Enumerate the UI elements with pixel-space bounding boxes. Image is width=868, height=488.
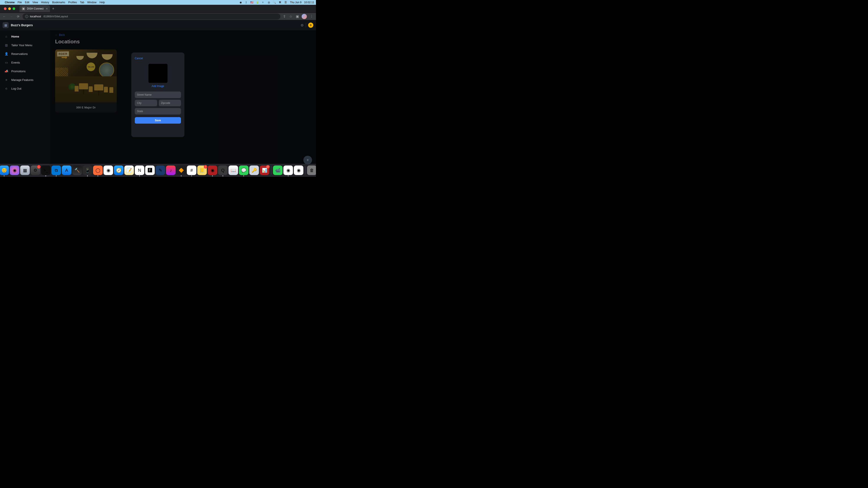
cancel-button[interactable]: Cancel: [135, 57, 181, 60]
app-logo-icon[interactable]: ▦: [3, 22, 9, 28]
dock-figma-icon[interactable]: 🔶: [177, 165, 186, 175]
wifi-icon[interactable]: ᯤ: [262, 1, 265, 4]
dock-music-icon[interactable]: ♪: [166, 165, 176, 175]
location-icon[interactable]: ◎: [267, 1, 270, 4]
dock-trash-icon[interactable]: 🗑: [307, 165, 316, 175]
city-input[interactable]: [135, 100, 157, 106]
window-close-button[interactable]: [4, 7, 6, 10]
nav-back-button[interactable]: ←: [2, 14, 7, 19]
dock-chrome-icon[interactable]: ◉: [283, 165, 293, 175]
tools-icon[interactable]: 🛠: [279, 1, 282, 4]
dock-simulator-icon[interactable]: 📱: [83, 165, 92, 175]
back-arrow-icon: ←: [55, 33, 58, 36]
extensions-icon[interactable]: ▣: [295, 14, 300, 19]
back-link[interactable]: ← Back: [55, 33, 311, 36]
dock-terminal-icon[interactable]: >_: [41, 165, 51, 175]
sidebar-item-label: Manage Features: [11, 78, 33, 82]
dock-siri-icon[interactable]: ◉: [10, 165, 19, 175]
mac-menu-bookmarks[interactable]: Bookmarks: [52, 1, 65, 4]
dock-sketch-icon[interactable]: ✎: [156, 165, 165, 175]
dock-dictionary-icon[interactable]: 📖: [228, 165, 238, 175]
add-fab-button[interactable]: +: [303, 156, 312, 164]
battery-icon[interactable]: 🔋: [256, 1, 259, 4]
dock-finder-icon[interactable]: 😊: [0, 165, 9, 175]
mac-date[interactable]: Thu Jun 9: [290, 1, 302, 4]
profile-badge[interactable]: B: [308, 23, 313, 28]
sidebar-item-reservations[interactable]: 👤 Reservations: [0, 50, 50, 58]
sidebar-item-tailor-menu[interactable]: ▥ Tailor Your Menu: [0, 41, 50, 50]
settings-icon[interactable]: ⚙: [301, 23, 304, 27]
dock-stickies-icon[interactable]: 📒7: [197, 165, 207, 175]
bluetooth-icon[interactable]: ᛒ: [245, 1, 248, 4]
url-input[interactable]: i localhost:61869/#/SiteLayout: [23, 13, 280, 20]
site-info-icon[interactable]: i: [25, 15, 28, 18]
mac-app-name[interactable]: Chrome: [5, 1, 14, 4]
zipcode-input[interactable]: [159, 100, 181, 106]
browser-tab[interactable]: ▦ DISH Connect ×: [20, 5, 50, 12]
dock-slack-icon[interactable]: #: [187, 165, 196, 175]
dock-postman-icon[interactable]: ◯: [93, 165, 103, 175]
decor-table-icon: [94, 85, 103, 91]
dock-quicktime-icon[interactable]: Q: [218, 165, 228, 175]
recording-icon[interactable]: ◉: [239, 1, 242, 4]
flag-icon[interactable]: 🇺🇸: [250, 1, 253, 4]
mac-menu-view[interactable]: View: [32, 1, 38, 4]
dock-vscode-icon[interactable]: ⧉: [52, 165, 61, 175]
window-max-button[interactable]: [12, 7, 15, 10]
browser-menu-button[interactable]: ⋮: [309, 14, 314, 19]
dock-chrome-canary-icon[interactable]: ◉: [103, 165, 113, 175]
dock-launchpad-icon[interactable]: ▦: [20, 165, 30, 175]
spotlight-icon[interactable]: 🔍: [273, 1, 276, 4]
dock-settings-icon[interactable]: ⚙1: [31, 165, 40, 175]
sidebar-item-logout[interactable]: ⎋ Log Out: [0, 84, 50, 93]
location-card[interactable]: RDER YELLOW 300 E Major Dr: [55, 50, 117, 112]
dock-separator: [305, 166, 305, 174]
sidebar-item-promotions[interactable]: 📣 Promotions: [0, 67, 50, 75]
dock-compass-icon[interactable]: ◉: [208, 165, 217, 175]
sidebar-item-label: Promotions: [11, 70, 26, 73]
profile-avatar[interactable]: [302, 14, 307, 19]
street-name-input[interactable]: [135, 92, 181, 98]
sidebar-item-manage-features[interactable]: ≡ Manage Features: [0, 75, 50, 84]
app-header-right: ⚙ B: [301, 23, 313, 28]
book-icon: ▥: [4, 43, 8, 47]
mac-menu-history[interactable]: History: [41, 1, 49, 4]
decor-window-icon: [99, 62, 114, 78]
mac-menu-file[interactable]: File: [18, 1, 22, 4]
dock-messages-icon[interactable]: 💬: [239, 165, 248, 175]
mac-menu-edit[interactable]: Edit: [25, 1, 30, 4]
dock-notes-icon[interactable]: 📝: [124, 165, 134, 175]
mac-menu-window[interactable]: Window: [87, 1, 97, 4]
dock-badge: 7: [204, 165, 207, 168]
mac-menu-help[interactable]: Help: [100, 1, 105, 4]
save-button[interactable]: Save: [135, 117, 181, 124]
logout-icon: ⎋: [4, 87, 8, 90]
mac-time[interactable]: 10:02:11: [304, 1, 314, 4]
dock-facetime-icon[interactable]: 📹: [273, 165, 282, 175]
nav-reload-button[interactable]: ⟳: [16, 14, 21, 19]
dock-numbers-icon[interactable]: 📊27: [260, 165, 269, 175]
image-preview[interactable]: [148, 64, 167, 83]
state-input[interactable]: [135, 108, 181, 115]
dock-chrome2-icon[interactable]: ◉: [294, 165, 303, 175]
dock-safari-icon[interactable]: 🧭: [114, 165, 123, 175]
sidebar-item-home[interactable]: ⌂ Home: [0, 32, 50, 41]
add-image-link[interactable]: Add Image: [135, 85, 181, 88]
sidebar-item-events[interactable]: ▭ Events: [0, 58, 50, 67]
app-title: Buzz's Burgers: [11, 24, 33, 27]
dock-font-icon[interactable]: 🅵: [145, 165, 155, 175]
window-min-button[interactable]: [8, 7, 11, 10]
mac-menu-tab[interactable]: Tab: [80, 1, 84, 4]
dock-xcode-icon[interactable]: 🔨: [72, 165, 82, 175]
dock-appstore-icon[interactable]: A: [62, 165, 71, 175]
control-center-icon[interactable]: ☰: [284, 1, 287, 4]
mac-menu-profiles[interactable]: Profiles: [68, 1, 77, 4]
tab-close-button[interactable]: ×: [46, 7, 48, 10]
bookmark-icon[interactable]: ☆: [289, 14, 293, 19]
dock-keychain-icon[interactable]: 🔑: [249, 165, 259, 175]
new-tab-button[interactable]: +: [50, 6, 57, 11]
share-icon[interactable]: ⇪: [282, 14, 286, 19]
nav-forward-button[interactable]: →: [9, 14, 14, 19]
dock-notion-icon[interactable]: N: [135, 165, 144, 175]
decor-chair-icon: [89, 86, 93, 92]
